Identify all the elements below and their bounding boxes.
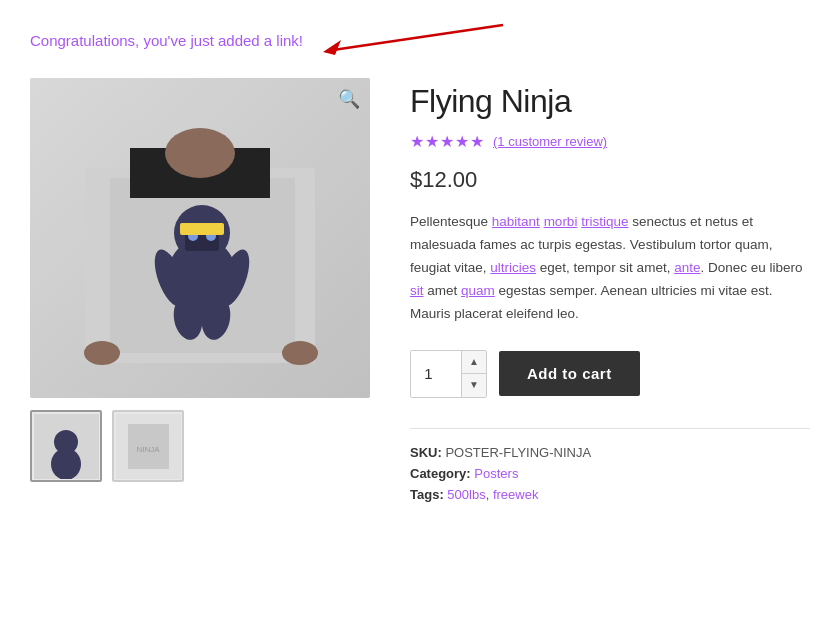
desc-link-ante[interactable]: ante [674,260,700,275]
quantity-increment[interactable]: ▲ [462,351,486,374]
sku-label: SKU: [410,445,442,460]
svg-marker-1 [323,40,341,55]
sku-row: SKU: POSTER-FLYING-NINJA [410,445,810,460]
meta-divider [410,428,810,429]
thumb-1-img [34,414,99,479]
thumbnail-2[interactable]: NINJA [112,410,184,482]
product-info: Flying Ninja ★★★★★ (1 customer review) $… [410,78,810,508]
thumbnail-1[interactable] [30,410,102,482]
cart-row: ▲ ▼ Add to cart [410,350,810,398]
zoom-icon[interactable]: 🔍 [338,88,360,110]
star-rating: ★★★★★ [410,132,485,151]
category-label: Category: [410,466,471,481]
product-description: Pellentesque habitant morbi tristique se… [410,211,810,326]
congrats-text: Congratulations, you've just added a lin… [30,32,303,49]
svg-rect-14 [180,223,224,235]
arrow-icon [313,20,513,60]
desc-link-morbi[interactable]: morbi [544,214,578,229]
add-to-cart-button[interactable]: Add to cart [499,351,640,396]
svg-point-21 [51,448,81,479]
desc-link-tristique[interactable]: tristique [581,214,628,229]
desc-link-quam[interactable]: quam [461,283,495,298]
quantity-decrement[interactable]: ▼ [462,374,486,397]
category-row: Category: Posters [410,466,810,481]
product-price: $12.00 [410,167,810,193]
congrats-banner: Congratulations, you've just added a lin… [30,20,810,60]
product-title: Flying Ninja [410,83,810,120]
review-link[interactable]: (1 customer review) [493,134,607,149]
quantity-arrows: ▲ ▼ [461,351,486,397]
svg-point-8 [165,128,235,178]
thumb-2-img: NINJA [116,414,181,479]
main-product-image: 🔍 [30,78,370,398]
desc-link-ultricies[interactable]: ultricies [490,260,536,275]
tag-freewek[interactable]: freewek [493,487,539,502]
thumbnail-gallery: NINJA [30,410,370,482]
quantity-input[interactable] [411,351,461,397]
tag-500lbs[interactable]: 500lbs [447,487,485,502]
desc-link-sit[interactable]: sit [410,283,424,298]
svg-line-0 [333,25,503,50]
rating-row: ★★★★★ (1 customer review) [410,132,810,151]
product-images: 🔍 NINJA [30,78,370,482]
product-section: 🔍 NINJA [30,78,810,508]
desc-link-habitant[interactable]: habitant [492,214,540,229]
category-link[interactable]: Posters [474,466,518,481]
svg-text:NINJA: NINJA [136,445,160,454]
sku-value: POSTER-FLYING-NINJA [445,445,591,460]
arrow-graphic [313,20,513,60]
tags-label: Tags: [410,487,444,502]
quantity-wrapper: ▲ ▼ [410,350,487,398]
product-illustration [30,78,370,398]
svg-point-6 [282,341,318,365]
svg-point-5 [84,341,120,365]
tags-row: Tags: 500lbs, freewek [410,487,810,502]
